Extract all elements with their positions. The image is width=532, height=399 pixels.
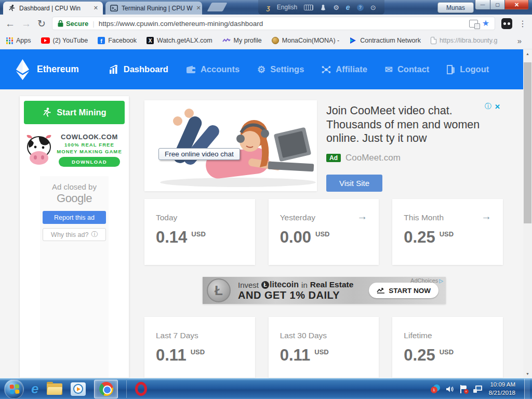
language-label[interactable]: English [277, 4, 297, 11]
new-tab-button[interactable] [207, 3, 227, 11]
profile-wave-icon [222, 38, 231, 43]
bookmark-monacoin[interactable]: MonaCoin(MONA) - [272, 37, 339, 44]
reload-button[interactable]: ↻ [37, 19, 46, 29]
youtube-icon [41, 37, 50, 44]
media-player-taskbar-icon[interactable] [71, 382, 86, 396]
cowlook-ad[interactable]: COWLOOK.COM 100% REAL FREE MONEY MAKING … [24, 127, 125, 172]
bookmark-facebook[interactable]: f Facebook [98, 37, 137, 44]
stat-card-today: Today 0.14 USD [144, 199, 255, 265]
bookmark-my-profile[interactable]: My profile [222, 37, 262, 44]
explorer-taskbar-icon[interactable] [47, 383, 62, 395]
start-button[interactable] [4, 379, 24, 399]
nav-item-settings[interactable]: ⚙ Settings [257, 64, 304, 74]
clock-date: 8/21/2018 [489, 389, 515, 397]
adchoices-label[interactable]: AdChoices ▷ [410, 277, 443, 284]
visit-site-button[interactable]: Visit Site [326, 175, 382, 192]
help-icon[interactable]: ? [357, 4, 364, 11]
show-desktop-button[interactable] [524, 379, 530, 399]
contractium-icon [349, 37, 357, 44]
adchoices-info-icon[interactable]: ⓘ [485, 102, 491, 111]
nav-item-accounts[interactable]: Accounts [186, 64, 240, 74]
scrollbar-thumb[interactable] [524, 62, 531, 223]
forward-button[interactable]: → [21, 19, 31, 29]
page-scrollbar[interactable]: ▲ ▼ [523, 49, 532, 378]
brand[interactable]: Ethereum [16, 59, 79, 81]
windows-language-bar: ʒ English ⚙ e ? ⊙ [258, 0, 384, 15]
volume-tray-icon[interactable] [446, 385, 454, 393]
tab-close-icon[interactable]: ✕ [196, 5, 201, 11]
minimize-button[interactable]: — [475, 0, 490, 10]
network-tray-icon[interactable] [473, 385, 482, 393]
system-tray: 1 x 10:09 AM 8/21/2018 [431, 379, 532, 399]
back-button[interactable]: ← [5, 19, 15, 29]
extension-icon[interactable] [501, 18, 512, 29]
scroll-down-icon[interactable]: ▼ [523, 369, 532, 378]
start-now-button[interactable]: START NOW [369, 283, 438, 298]
keyboard-icon[interactable] [304, 5, 313, 10]
bookmark-youtube[interactable]: (2) YouTube [41, 37, 88, 44]
address-bar[interactable]: Secure | https://www.cpuwin.com/ethereum… [52, 17, 495, 30]
ie-taskbar-icon[interactable]: e [31, 381, 38, 397]
window-titlebar: Dashboard | CPU Win ✕ Terminal Runing | … [0, 0, 532, 15]
tab-dashboard[interactable]: Dashboard | CPU Win ✕ [3, 2, 103, 15]
bookmarks-overflow-icon[interactable]: » [517, 36, 522, 45]
affiliate-network-icon [322, 65, 331, 74]
nav-item-contact[interactable]: ✉ Contact [385, 64, 430, 74]
runner-favicon-icon [8, 4, 16, 12]
ad-close-icon[interactable]: ✕ [495, 103, 500, 111]
url-text[interactable]: https://www.cpuwin.com/ethereum-mining/d… [99, 20, 465, 28]
litecoin-mini-icon: Ł [261, 281, 269, 289]
language-indicator-icon[interactable]: ʒ [267, 4, 270, 11]
tab-close-icon[interactable]: ✕ [94, 5, 98, 11]
taskbar-icons: e [31, 380, 147, 398]
stat-value: 0.25 [404, 347, 435, 363]
secure-indicator[interactable]: Secure [58, 20, 88, 28]
chrome-taskbar-button[interactable] [94, 380, 118, 398]
coomeet-ad-image[interactable]: Free online video chat [144, 100, 317, 191]
notification-badge: 1 [431, 387, 437, 393]
bookmark-star-icon[interactable]: ★ [482, 19, 489, 28]
logout-door-icon [447, 65, 455, 74]
nav-item-dashboard[interactable]: Dashboard [109, 64, 168, 74]
dashboard-chart-icon [109, 65, 119, 74]
taskbar-separator [126, 380, 127, 398]
tab-terminal[interactable]: Terminal Runing | CPU W ✕ [105, 2, 202, 15]
chrome-profile-button[interactable]: Munas [437, 2, 474, 13]
scroll-up-icon[interactable]: ▲ [523, 49, 532, 58]
arrow-right-icon[interactable]: → [481, 210, 491, 222]
langbar-options-icon[interactable]: ⊙ [370, 4, 376, 11]
info-icon: ⓘ [91, 230, 98, 239]
nav-item-affiliate[interactable]: Affiliate [322, 64, 367, 74]
ad-advertiser[interactable]: CooMeet.com [345, 153, 401, 163]
clock-time: 10:09 AM [489, 381, 515, 389]
taskbar-clock[interactable]: 10:09 AM 8/21/2018 [489, 381, 515, 397]
cow-download-button[interactable]: DOWNLOAD [59, 157, 120, 167]
cow-icon [24, 134, 54, 166]
close-button[interactable]: ✕ [505, 0, 529, 10]
opera-taskbar-icon[interactable] [135, 382, 147, 396]
bookmark-contractium[interactable]: Contractium Network [349, 37, 421, 44]
tab-strip: Dashboard | CPU Win ✕ Terminal Runing | … [3, 2, 225, 15]
skype-tray-icon[interactable]: 1 [431, 384, 440, 393]
stat-value: 0.00 [280, 229, 311, 245]
translate-icon[interactable] [469, 20, 478, 28]
action-center-tray-icon[interactable]: x [460, 385, 468, 393]
litecoin-banner-ad[interactable]: Ł Invest Ł litecoin in Real Estate AND G… [203, 277, 446, 304]
cow-ad-title: COWLOOK.COM [54, 133, 125, 141]
nav-item-logout[interactable]: Logout [447, 64, 489, 74]
ie-icon[interactable]: e [346, 3, 350, 11]
why-this-ad-button[interactable]: Why this ad? ⓘ [43, 228, 106, 241]
ad-headline[interactable]: Join CooMeet video chat. Thousands of me… [326, 104, 506, 145]
report-ad-button[interactable]: Report this ad [43, 211, 106, 224]
bookmark-libra-bounty[interactable]: https://libra.bounty.g [431, 37, 498, 44]
browser-toolbar: ← → ↻ Secure | https://www.cpuwin.com/et… [0, 15, 532, 32]
arrow-right-icon[interactable]: → [357, 210, 367, 222]
maximize-button[interactable]: ▢ [490, 0, 505, 10]
bookmark-apps[interactable]: Apps [6, 37, 31, 44]
bookmark-getalx[interactable]: X Watch.getALX.com [147, 37, 212, 44]
stat-card-this-month: This Month 0.25 USD → [392, 199, 503, 265]
chrome-menu-icon[interactable]: ⋮ [518, 19, 527, 29]
settings-gear-icon[interactable]: ⚙ [333, 4, 339, 11]
start-mining-button[interactable]: Start Mining [24, 101, 125, 124]
handwriting-icon[interactable] [320, 4, 326, 11]
